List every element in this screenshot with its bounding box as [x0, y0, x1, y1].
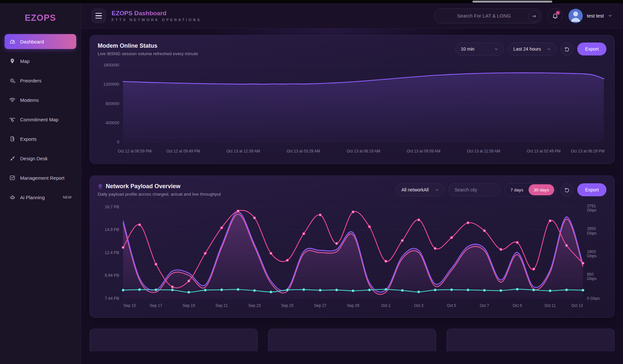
live-marker-center: [566, 289, 567, 290]
interval-select-value: 10 min: [461, 46, 474, 52]
axis-tick-label: Gbps: [587, 277, 597, 281]
modem-chart: 160000012000008000004000000Oct 12 at 06:…: [98, 61, 606, 156]
live-marker-center: [500, 290, 501, 291]
scrollbar-thumb[interactable]: [472, 1, 552, 3]
charged-marker-center: [320, 214, 321, 215]
axis-tick-label: Oct 13 at 12:39 AM: [226, 149, 260, 153]
sidebar-item-preorders[interactable]: Preorders: [5, 73, 76, 88]
interval-select[interactable]: 10 min: [455, 42, 504, 55]
card-title: Network Payload Overview: [106, 183, 180, 190]
person-icon: [568, 9, 583, 23]
charged-marker-center: [303, 233, 304, 234]
live-marker-center: [451, 289, 452, 290]
live-marker-center: [582, 290, 583, 291]
live-marker-center: [303, 289, 304, 290]
toggle-7-days[interactable]: 7 days: [507, 188, 527, 192]
toggle-30-days[interactable]: 30 days: [529, 184, 554, 195]
notification-dot: [556, 11, 559, 14]
sidebar-item-management-report[interactable]: Management Report: [5, 170, 76, 185]
network-select-value: All networkAll: [401, 187, 429, 192]
live-marker-center: [533, 290, 534, 291]
live-marker-center: [418, 292, 419, 293]
sidebar-nav: Dashboard Map Preorders Modems: [0, 34, 81, 205]
axis-tick-label: Sep 27: [314, 303, 326, 308]
sidebar-item-ai-planning[interactable]: Ai Planning NEW: [5, 190, 76, 205]
sidebar-item-label: Ai Planning: [20, 195, 45, 200]
charged-marker-center: [254, 217, 255, 218]
axis-tick-label: Oct 3: [414, 303, 423, 308]
city-search-input[interactable]: [455, 187, 494, 192]
sidebar-item-exports[interactable]: Exports: [5, 131, 76, 146]
live-marker-center: [123, 290, 124, 291]
city-search: [448, 183, 500, 196]
sidebar-item-label: Design Desk: [20, 156, 48, 161]
charged-marker-center: [270, 253, 271, 254]
content-scroll-area[interactable]: Modem Online Status Live IBSNG session v…: [81, 29, 623, 364]
charged-marker-center: [287, 260, 288, 261]
live-marker-center: [155, 289, 156, 290]
map-pin-icon: [9, 58, 16, 64]
sidebar-item-label: Modems: [20, 97, 39, 103]
live-marker-center: [188, 292, 189, 293]
axis-tick-label: Sep 17: [150, 303, 162, 308]
top-header: EZOPS Dashboard FTTX NETWORK OPERATIONS …: [81, 3, 623, 29]
header-title-block: EZOPS Dashboard FTTX NETWORK OPERATIONS: [112, 10, 201, 22]
sidebar-item-design-desk[interactable]: Design Desk: [5, 151, 76, 166]
sidebar-item-label: Exports: [20, 136, 37, 142]
search-submit-button[interactable]: [528, 10, 540, 22]
time-range-select-value: Last 24 hours: [513, 46, 541, 52]
time-range-select[interactable]: Last 24 hours: [508, 42, 556, 55]
payload-chart-svg: 16.7 PB14.9 PB12.4 PB9.94 PB7.44 PB3791G…: [98, 202, 606, 310]
notifications-button[interactable]: [548, 8, 563, 23]
charged-marker-center: [566, 245, 567, 246]
live-marker-center: [435, 290, 436, 291]
charged-marker-center: [336, 243, 337, 244]
network-payload-card: Network Payload Overview Daily payload p…: [90, 176, 615, 318]
axis-tick-label: Gbps: [587, 254, 597, 258]
live-marker-center: [369, 290, 370, 291]
live-marker-center: [254, 290, 255, 291]
sidebar-item-dashboard[interactable]: Dashboard: [5, 34, 76, 49]
sidebar-item-map[interactable]: Map: [5, 54, 76, 68]
file-export-icon: [9, 136, 16, 142]
header-search: [434, 8, 542, 23]
charged-marker-center: [500, 249, 501, 250]
search-input[interactable]: [434, 9, 542, 23]
charged-marker-center: [434, 248, 435, 249]
export-button[interactable]: Export: [577, 42, 606, 55]
chevron-down-icon: [494, 47, 498, 51]
charged-marker-center: [155, 264, 156, 265]
refresh-icon: [564, 46, 570, 52]
sidebar-item-commitment-map[interactable]: Commitment Map: [5, 112, 76, 127]
sidebar-item-modems[interactable]: Modems: [5, 92, 76, 107]
axis-tick-label: Gbps: [587, 208, 597, 213]
axis-tick-label: Oct 12 at 06:59 PM: [118, 149, 152, 153]
charged-marker-center: [550, 220, 551, 221]
sidebar-item-label: Preorders: [20, 78, 42, 83]
refresh-icon: [564, 187, 570, 193]
live-marker-center: [320, 290, 321, 291]
app-logo: EZOPS: [0, 13, 81, 23]
hamburger-menu-button[interactable]: [92, 9, 106, 23]
page-title: EZOPS Dashboard: [112, 10, 201, 17]
chart-line-icon: [9, 175, 16, 181]
axis-tick-label: Oct 13 at 02:49 PM: [527, 149, 561, 153]
axis-tick-label: 800000: [105, 102, 119, 106]
refresh-button[interactable]: [560, 42, 573, 55]
axis-tick-label: 16.7 PB: [105, 205, 119, 210]
modem-chart-svg: 160000012000008000004000000Oct 12 at 06:…: [98, 61, 606, 156]
sidebar-item-label: Commitment Map: [20, 117, 58, 122]
refresh-button[interactable]: [560, 183, 573, 196]
network-select[interactable]: All networkAll: [396, 183, 445, 196]
arrow-right-icon: [531, 14, 537, 19]
page-subtitle: FTTX NETWORK OPERATIONS: [112, 18, 201, 22]
location-pin-icon: [98, 184, 103, 189]
export-button[interactable]: Export: [577, 183, 606, 196]
axis-tick-label: Oct 1: [381, 303, 391, 308]
axis-tick-label: Sep 19: [183, 303, 195, 308]
live-marker-center: [287, 290, 288, 291]
user-menu[interactable]: test test: [568, 9, 613, 23]
charged-marker-center: [139, 224, 140, 225]
live-marker-center: [550, 290, 551, 291]
axis-tick-label: Gbps: [587, 231, 597, 236]
